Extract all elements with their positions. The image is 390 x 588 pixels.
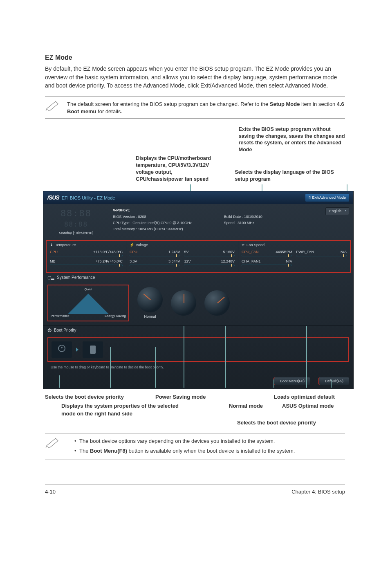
note-item-2: The Boot Menu(F8) button is available on… <box>74 447 345 455</box>
language-dropdown[interactable]: English <box>325 207 349 215</box>
clock-date: Monday [10/25/2010] <box>47 231 105 236</box>
asus-logo: /SUS <box>47 194 59 201</box>
bios-screenshot: /SUSEFI BIOS Utility - EZ Mode ▯Exit/Adv… <box>43 191 354 390</box>
bolt-icon: ⚡ <box>130 242 134 248</box>
system-info: V-P8H67E BIOS Version : 0208 CPU Type : … <box>113 207 216 236</box>
boot-device-disk[interactable] <box>52 341 72 358</box>
boot-hint: Use the mouse to drag or keyboard to nav… <box>47 365 349 373</box>
default-button[interactable]: Default(F5) <box>318 377 349 385</box>
callout-boot-device-priority: Selects the boot device priority <box>237 419 316 426</box>
callout-normal-mode: Normal mode <box>229 402 282 417</box>
performance-mode-normal[interactable]: Normal <box>137 287 163 319</box>
pencil-icon <box>45 436 61 449</box>
clock-digits: 88:88 <box>47 207 105 220</box>
boot-devices-row[interactable] <box>47 337 349 362</box>
callout-boot-priority: Selects the boot device priority <box>45 393 155 401</box>
clock-digits2: 88:88 <box>47 220 105 229</box>
pencil-icon <box>45 99 61 112</box>
build-info: Build Date : 10/19/2010 Speed : 3100 MHz <box>224 207 296 236</box>
boot-menu-button[interactable]: Boot Menu(F8) <box>273 377 310 385</box>
boot-device-usb[interactable] <box>83 341 103 358</box>
chevron-right-icon <box>76 348 78 352</box>
annotated-screenshot-area: Exits the BIOS setup program without sav… <box>45 126 345 426</box>
performance-mode-quiet[interactable]: Quiet Performance Energy Saving <box>47 285 129 321</box>
system-performance-header: ▢▂System Performance <box>43 273 353 282</box>
note-block-1: The default screen for entering the BIOS… <box>45 96 345 118</box>
page-footer: 4-10 Chapter 4: BIOS setup <box>45 485 345 496</box>
voltage-header: ⚡Voltage <box>130 242 235 248</box>
note-block-2: The boot device options vary depending o… <box>45 433 345 460</box>
performance-mode-optimal[interactable] <box>204 290 230 316</box>
clock-area: 88:88 88:88 Monday [10/25/2010] <box>47 207 105 236</box>
page-number: 4-10 <box>45 488 56 496</box>
note-text-1: The default screen for entering the BIOS… <box>67 99 345 115</box>
power-icon: ⏻ <box>47 328 52 333</box>
fan-header: ✳Fan Speed <box>242 242 347 248</box>
callout-optimized-default: Loads optimized default <box>274 393 335 401</box>
intro-text: By default, the EZ Mode screen appears w… <box>45 65 345 90</box>
door-icon: ▯ <box>309 195 311 200</box>
thermometer-icon: 🌡 <box>50 242 54 248</box>
fan-icon: ✳ <box>242 242 245 248</box>
exit-advanced-mode-button[interactable]: ▯Exit/Advanced Mode <box>305 194 349 202</box>
temperature-header: 🌡Temperature <box>50 242 123 248</box>
chapter-label: Chapter 4: BIOS setup <box>291 488 345 496</box>
callout-language: Selects the display language of the BIOS… <box>235 169 345 183</box>
callout-power-saving: Power Saving mode <box>155 393 225 401</box>
chart-icon: ▢▂ <box>47 275 54 281</box>
sensor-panel: 🌡Temperature CPU+113.0ºF/+45.0ºC MB+75.2… <box>46 240 351 273</box>
performance-mode-gauge2[interactable] <box>171 290 196 316</box>
callout-exit-mode: Exits the BIOS setup program without sav… <box>239 126 345 154</box>
callout-optimal-mode: ASUS Optimal mode <box>282 402 334 417</box>
page-heading: EZ Mode <box>45 53 345 62</box>
note-item-1: The boot device options vary depending o… <box>74 438 345 445</box>
bios-title: /SUSEFI BIOS Utility - EZ Mode <box>47 194 115 202</box>
boot-priority-header: ⏻Boot Priority <box>43 325 353 335</box>
callout-sensors: Displays the CPU/motherboard temperature… <box>136 155 218 183</box>
callout-system-properties: Displays the system properties of the se… <box>61 402 184 417</box>
